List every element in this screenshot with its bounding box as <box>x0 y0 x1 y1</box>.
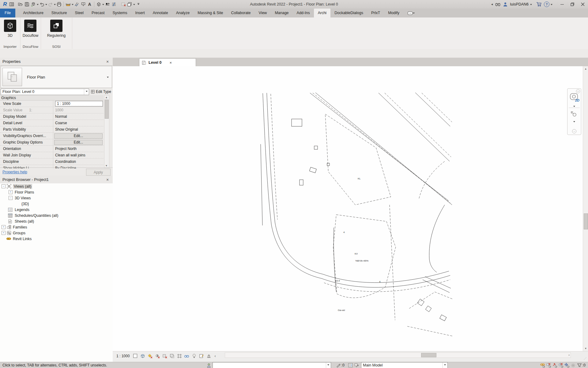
tree-item-3d[interactable]: {3D} <box>0 201 113 207</box>
tree-item-floor-plans[interactable]: + Floor Plans <box>0 189 113 195</box>
tree-item-revit-links[interactable]: Revit Links <box>0 236 113 242</box>
scroll-up-icon[interactable]: ▲ <box>104 95 108 99</box>
view-scale-control[interactable]: 1 : 1000 <box>116 354 130 358</box>
tab-manage[interactable]: Manage <box>271 9 292 17</box>
tab-architecture[interactable]: Architecture <box>19 9 47 17</box>
collapse-icon[interactable]: − <box>9 196 13 200</box>
expand-icon[interactable]: + <box>9 190 13 194</box>
tab-analyze[interactable]: Analyze <box>172 9 194 17</box>
help-dropdown[interactable] <box>551 4 552 6</box>
scroll-up-icon[interactable]: ▲ <box>584 67 588 71</box>
select-underlay-elements-icon[interactable] <box>546 362 552 368</box>
tab-massing-site[interactable]: Massing & Site <box>194 9 227 17</box>
properties-help-link[interactable]: Properties help <box>2 170 27 174</box>
detail-level-icon[interactable] <box>132 353 138 359</box>
selection-filter-icon[interactable] <box>576 362 582 368</box>
worksets-icon[interactable] <box>206 362 212 368</box>
tab-annotate[interactable]: Annotate <box>149 9 172 17</box>
expand-icon[interactable]: + <box>2 225 6 229</box>
redo-icon[interactable] <box>47 1 54 8</box>
temporary-view-properties-icon[interactable] <box>198 353 204 359</box>
panel-label-sosi[interactable]: SOSI <box>41 45 72 48</box>
undo-icon[interactable] <box>39 1 45 8</box>
tree-item-3d-views[interactable]: − 3D Views <box>0 195 113 201</box>
tab-prlxt[interactable]: PrlxT <box>367 9 384 17</box>
tag-icon[interactable]: 1 <box>80 1 86 8</box>
design-options-icon[interactable] <box>348 362 354 368</box>
select-pinned-elements-icon[interactable] <box>552 362 558 368</box>
properties-scrollbar[interactable]: ▲ ▼ <box>104 95 109 168</box>
text-icon[interactable]: A <box>86 1 93 8</box>
tab-steel[interactable]: Steel <box>71 9 88 17</box>
prop-row-parts-visibility[interactable]: Parts VisibilityShow Original <box>0 126 104 133</box>
prop-row-view-scale[interactable]: View Scale 1 : 1000 <box>0 101 104 107</box>
tree-item-groups[interactable]: + Groups <box>0 230 113 236</box>
gdo-edit-button[interactable]: Edit... <box>54 140 103 145</box>
tab-precast[interactable]: Precast <box>88 9 108 17</box>
vg-edit-button[interactable]: Edit... <box>54 133 103 139</box>
tree-item-views-all[interactable]: − Views (all) <box>0 183 113 189</box>
sync-with-central-icon[interactable] <box>30 1 36 8</box>
prop-row-display-model[interactable]: Display ModelNormal <box>0 113 104 120</box>
thin-lines-icon[interactable] <box>111 1 117 8</box>
user-dropdown[interactable] <box>530 4 532 6</box>
vertical-scroll-thumb[interactable] <box>584 213 588 229</box>
close-button[interactable] <box>578 0 588 9</box>
view-tab-close-icon[interactable]: × <box>169 60 172 65</box>
prop-row-orientation[interactable]: OrientationProject North <box>0 146 104 152</box>
collapse-icon[interactable]: − <box>2 184 6 188</box>
properties-toggle-icon[interactable] <box>8 1 15 8</box>
ribbon-display-toggle[interactable] <box>403 9 419 17</box>
default-3d-view-icon[interactable] <box>96 1 102 8</box>
measure-icon[interactable] <box>65 1 71 8</box>
type-combobox[interactable]: Floor Plan: Level 0 <box>1 89 89 95</box>
app-store-cart-icon[interactable] <box>535 2 543 7</box>
apply-button[interactable]: Apply <box>86 169 111 176</box>
scroll-down-icon[interactable]: ▼ <box>584 347 588 351</box>
help-icon[interactable]: ? <box>543 2 550 7</box>
show-crop-region-icon[interactable] <box>176 353 182 359</box>
canvas[interactable]: KL 4 K/I %BYA=45% 23.4 4 Ga-vei × 2D <box>113 66 583 351</box>
horizontal-scroll-thumb[interactable] <box>421 353 436 357</box>
scrollbar-thumb[interactable] <box>105 100 109 119</box>
show-rendering-dialog-icon[interactable] <box>162 353 168 359</box>
docuflow-button[interactable]: Docuflow <box>21 19 40 38</box>
prop-row-wall-join[interactable]: Wall Join DisplayClean all wall joins <box>0 152 104 159</box>
type-selector-dropdown[interactable] <box>107 77 109 79</box>
active-workset-dropdown[interactable] <box>213 362 331 368</box>
editing-requests-icon[interactable] <box>335 362 341 368</box>
horizontal-scrollbar[interactable]: › <box>225 352 571 358</box>
scroll-right-icon[interactable]: › <box>568 353 570 357</box>
reveal-hidden-elements-icon[interactable] <box>191 353 197 359</box>
steering-wheel-2d-icon[interactable]: 2D <box>570 93 578 101</box>
visual-style-icon[interactable] <box>140 353 145 359</box>
edit-type-button[interactable]: Edit Type <box>91 90 111 94</box>
tree-item-legends[interactable]: Legends <box>0 207 113 213</box>
tab-dockabledialogs[interactable]: DockableDialogs <box>330 9 367 17</box>
minimize-button[interactable] <box>557 0 567 9</box>
open-icon[interactable] <box>17 1 24 8</box>
temporary-hide-isolate-icon[interactable] <box>184 353 190 359</box>
tab-systems[interactable]: Systems <box>108 9 131 17</box>
expand-icon[interactable]: + <box>2 231 6 235</box>
print-icon[interactable] <box>56 1 62 8</box>
panel-label-importer[interactable]: Importer <box>0 45 20 48</box>
crop-view-icon[interactable] <box>169 353 175 359</box>
exclude-options-icon[interactable] <box>354 362 360 368</box>
restore-button[interactable] <box>567 0 578 9</box>
sun-path-icon[interactable] <box>147 353 153 359</box>
tab-add-ins[interactable]: Add-Ins <box>293 9 314 17</box>
pan-zoom-icon[interactable] <box>571 111 577 117</box>
project-browser-close-icon[interactable]: × <box>105 177 110 182</box>
customize-qat-icon[interactable] <box>135 1 141 8</box>
zoom-dropdown[interactable] <box>573 121 575 123</box>
prop-row-graphic-display[interactable]: Graphic Display Options Edit... <box>0 139 104 146</box>
section-graphics[interactable]: Graphics <box>0 95 104 101</box>
file-tab[interactable]: File <box>0 9 15 17</box>
reveal-constraints-icon[interactable] <box>206 353 212 359</box>
prop-row-discipline[interactable]: DisciplineCoordination <box>0 159 104 165</box>
3d-importer-button[interactable]: 3D <box>3 19 17 38</box>
select-links-icon[interactable] <box>540 362 546 368</box>
type-selector[interactable]: Floor Plan <box>1 66 112 88</box>
drag-elements-on-selection-icon[interactable] <box>564 362 570 368</box>
